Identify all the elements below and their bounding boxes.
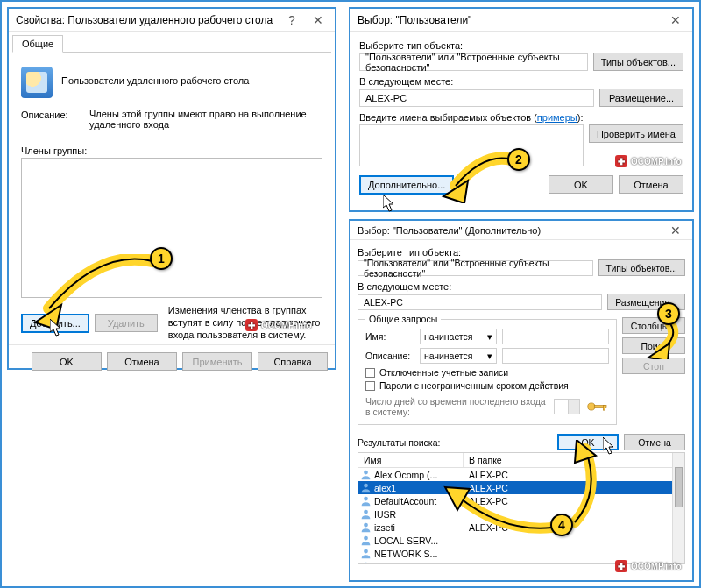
advanced-button[interactable]: Дополнительно... <box>359 175 454 195</box>
check-names-button[interactable]: Проверить имена <box>589 124 683 143</box>
location-value: ALEX-PC <box>358 294 602 310</box>
days-spinner[interactable] <box>554 399 579 414</box>
disabled-accounts-checkbox[interactable]: Отключенные учетные записи <box>365 367 609 378</box>
result-row[interactable]: alex1ALEX-PC <box>358 481 672 494</box>
result-row[interactable]: izsetiALEX-PC <box>358 521 672 534</box>
object-type-label: Выберите тип объекта: <box>358 247 685 258</box>
select-users-advanced-window: Выбор: "Пользователи" (Дополнительно) ✕ … <box>349 219 694 582</box>
result-row[interactable]: LOCAL SERV... <box>358 534 672 547</box>
svg-point-0 <box>587 403 594 410</box>
results-label: Результаты поиска: <box>358 437 557 448</box>
key-icon <box>585 398 609 415</box>
properties-window: Свойства: Пользователи удаленного рабоче… <box>7 7 336 370</box>
members-list[interactable] <box>21 158 322 298</box>
enter-names-label: Введите имена выбираемых объектов (приме… <box>359 112 683 123</box>
svg-rect-2 <box>603 406 605 410</box>
members-label: Члены группы: <box>21 145 87 156</box>
group-name: Пользователи удаленного рабочего стола <box>61 67 249 86</box>
close-icon[interactable]: ✕ <box>305 13 331 27</box>
object-types-button[interactable]: Типы объектов... <box>593 53 683 71</box>
callout-2: 2 <box>507 148 530 171</box>
callout-3: 3 <box>657 302 680 325</box>
callout-4: 4 <box>550 514 573 536</box>
name-filter-input[interactable] <box>502 329 609 344</box>
svg-point-10 <box>364 563 368 564</box>
name-filter-combo[interactable]: начинается ▾ <box>420 329 497 344</box>
results-list[interactable]: Имя В папке Alex Ocomp (...ALEX-PCalex1A… <box>358 452 685 564</box>
common-queries-legend: Общие запросы <box>365 314 441 324</box>
scrollbar[interactable] <box>672 453 684 563</box>
group-icon <box>21 67 53 98</box>
svg-point-3 <box>364 471 368 475</box>
no-pw-expiry-checkbox[interactable]: Пароли с неограниченным сроком действия <box>365 380 609 391</box>
result-row[interactable]: Alex Ocomp (...ALEX-PC <box>358 468 672 481</box>
help-button[interactable]: Справка <box>258 352 328 371</box>
ok-button[interactable]: OK <box>549 175 613 194</box>
window-title: Свойства: Пользователи удаленного рабоче… <box>16 14 279 26</box>
result-row[interactable]: DefaultAccountALEX-PC <box>358 494 672 507</box>
titlebar: Свойства: Пользователи удаленного рабоче… <box>9 9 335 32</box>
result-row[interactable]: IUSR <box>358 507 672 521</box>
callout-1: 1 <box>150 247 173 270</box>
close-icon[interactable]: ✕ <box>662 13 689 27</box>
apply-button: Применить <box>182 352 252 371</box>
svg-point-7 <box>364 523 368 528</box>
svg-point-6 <box>364 510 368 514</box>
window-title: Выбор: "Пользователи" (Дополнительно) <box>358 225 662 236</box>
window-title: Выбор: "Пользователи" <box>358 14 662 26</box>
cancel-button[interactable]: Отмена <box>107 352 177 371</box>
col-name[interactable]: Имя <box>358 453 464 467</box>
svg-point-5 <box>364 497 368 501</box>
object-names-input[interactable] <box>359 124 584 166</box>
object-types-button[interactable]: Типы объектов... <box>598 259 685 276</box>
cancel-button[interactable]: Отмена <box>624 434 685 450</box>
titlebar: Выбор: "Пользователи" (Дополнительно) ✕ <box>350 221 692 240</box>
watermark: ✚OCOMP.info <box>245 319 312 331</box>
desc-filter-input[interactable] <box>502 348 609 364</box>
watermark: ✚OCOMP.info <box>615 155 682 167</box>
tabstrip: Общие <box>12 35 331 53</box>
svg-point-9 <box>364 549 368 554</box>
description-label: Описание: <box>21 109 82 130</box>
find-button[interactable]: Поиск <box>622 337 685 354</box>
locations-button[interactable]: Размещение... <box>599 89 683 107</box>
col-folder[interactable]: В папке <box>464 453 672 467</box>
location-label: В следующем месте: <box>358 281 685 292</box>
select-users-window: Выбор: "Пользователи" ✕ Выберите тип объ… <box>349 7 694 212</box>
cursor-icon <box>383 195 395 212</box>
examples-link[interactable]: примеры <box>537 112 577 123</box>
object-type-label: Выберите тип объекта: <box>359 40 683 51</box>
days-since-login-label: Число дней со времени последнего входа в… <box>365 396 549 417</box>
object-type-value: "Пользователи" или "Встроенные субъекты … <box>358 260 593 276</box>
svg-point-8 <box>364 536 368 541</box>
svg-point-4 <box>364 484 368 488</box>
cursor-icon <box>50 319 62 337</box>
desc-label: Описание: <box>365 351 414 361</box>
desc-filter-combo[interactable]: начинается ▾ <box>420 348 497 364</box>
name-label: Имя: <box>365 331 414 342</box>
result-row[interactable]: NETWORK S... <box>358 547 672 560</box>
location-label: В следующем месте: <box>359 76 683 87</box>
ok-button[interactable]: OK <box>32 352 102 371</box>
close-icon[interactable]: ✕ <box>662 223 689 237</box>
help-icon[interactable]: ? <box>279 13 305 27</box>
remove-button: Удалить <box>95 314 158 332</box>
object-type-value: "Пользователи" или "Встроенные субъекты … <box>359 53 588 71</box>
titlebar: Выбор: "Пользователи" ✕ <box>350 9 692 32</box>
watermark: ✚OCOMP.info <box>615 560 682 572</box>
cursor-icon <box>603 437 615 455</box>
stop-button: Стоп <box>622 358 685 374</box>
description-text: Члены этой группы имеют право на выполне… <box>89 109 322 130</box>
screenshot-canvas: Свойства: Пользователи удаленного рабоче… <box>0 0 701 588</box>
tab-general[interactable]: Общие <box>12 35 63 53</box>
cancel-button[interactable]: Отмена <box>619 175 683 194</box>
location-value: ALEX-PC <box>359 89 594 107</box>
